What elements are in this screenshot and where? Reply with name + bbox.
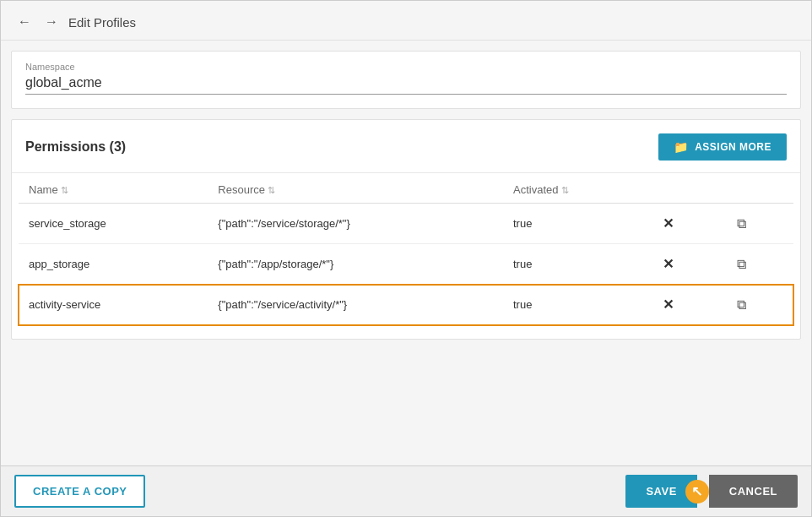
delete-button[interactable]: ✕ xyxy=(659,254,677,274)
assign-more-label: ASSIGN MORE xyxy=(695,141,771,153)
cell-external: ⧉ xyxy=(723,244,793,285)
namespace-value: global_acme xyxy=(25,75,787,95)
dialog-footer: CREATE A COPY SAVE ↖ CANCEL xyxy=(1,465,811,516)
save-button[interactable]: SAVE ↖ xyxy=(625,475,696,508)
col-name[interactable]: Name xyxy=(19,173,208,204)
cell-external: ⧉ xyxy=(723,285,793,325)
namespace-section: Namespace global_acme xyxy=(11,51,801,109)
back-button[interactable]: ← xyxy=(14,13,35,31)
delete-button[interactable]: ✕ xyxy=(659,214,677,233)
folder-icon: 📁 xyxy=(674,140,689,154)
permissions-table: Name Resource Activated service_storage … xyxy=(19,173,793,325)
permissions-header: Permissions (3) 📁 ASSIGN MORE xyxy=(12,120,800,173)
cancel-button[interactable]: CANCEL xyxy=(709,475,798,508)
col-resource[interactable]: Resource xyxy=(208,173,503,204)
external-link-button[interactable]: ⧉ xyxy=(734,296,750,314)
scrollable-content: Namespace global_acme Permissions (3) 📁 … xyxy=(1,41,811,465)
edit-profiles-dialog: ← → Edit Profiles Namespace global_acme … xyxy=(0,0,812,517)
cell-delete: ✕ xyxy=(649,204,723,244)
external-link-button[interactable]: ⧉ xyxy=(734,215,750,233)
permissions-title: Permissions (3) xyxy=(25,139,126,155)
save-circle-indicator: ↖ xyxy=(685,480,709,503)
delete-button[interactable]: ✕ xyxy=(659,295,677,314)
cell-activated: true xyxy=(503,204,649,244)
cell-activated: true xyxy=(503,285,649,325)
cursor-icon: ↖ xyxy=(691,483,703,499)
create-copy-button[interactable]: CREATE A COPY xyxy=(14,475,145,508)
col-action-delete xyxy=(649,173,723,204)
cell-delete: ✕ xyxy=(649,244,723,285)
external-link-button[interactable]: ⧉ xyxy=(734,255,750,274)
cell-resource: {"path":"/service/activity/*"} xyxy=(208,285,503,325)
assign-more-button[interactable]: 📁 ASSIGN MORE xyxy=(658,133,787,161)
cell-resource: {"path":"/app/storage/*"} xyxy=(208,244,503,285)
forward-button[interactable]: → xyxy=(41,13,62,31)
cell-activated: true xyxy=(503,244,649,285)
cell-resource: {"path":"/service/storage/*"} xyxy=(208,204,503,244)
permissions-section: Permissions (3) 📁 ASSIGN MORE Name Resou… xyxy=(11,119,801,340)
cell-name: activity-service xyxy=(19,285,208,325)
footer-right: SAVE ↖ CANCEL xyxy=(625,475,798,508)
cell-delete: ✕ xyxy=(649,285,723,325)
cell-name: service_storage xyxy=(19,204,208,244)
table-row: app_storage {"path":"/app/storage/*"} tr… xyxy=(19,244,793,285)
table-header-row: Name Resource Activated xyxy=(19,173,793,204)
cell-external: ⧉ xyxy=(723,204,793,244)
table-row: service_storage {"path":"/service/storag… xyxy=(19,204,793,244)
page-title: Edit Profiles xyxy=(68,15,136,30)
col-action-external xyxy=(723,173,793,204)
namespace-label: Namespace xyxy=(25,62,787,72)
col-activated[interactable]: Activated xyxy=(503,173,649,204)
dialog-header: ← → Edit Profiles xyxy=(1,1,811,41)
cell-name: app_storage xyxy=(19,244,208,285)
table-row: activity-service {"path":"/service/activ… xyxy=(19,285,793,325)
save-label: SAVE xyxy=(646,485,676,498)
table-container: Name Resource Activated service_storage … xyxy=(12,173,800,339)
